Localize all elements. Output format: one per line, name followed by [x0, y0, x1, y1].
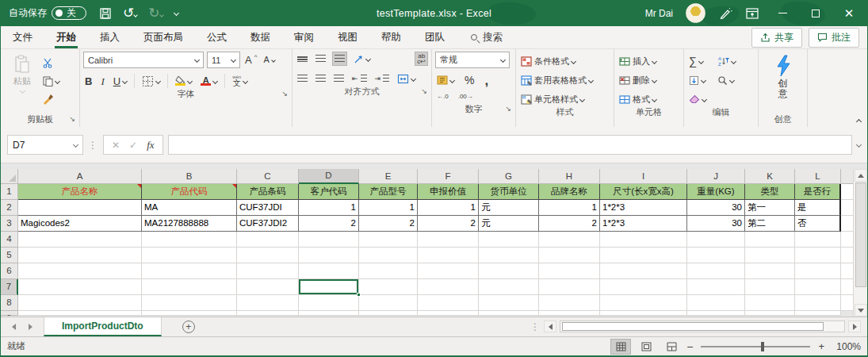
cell-G7[interactable]	[479, 279, 539, 295]
tab-home[interactable]: 开始	[44, 26, 88, 48]
cell-D8[interactable]	[299, 295, 359, 311]
cell-C7[interactable]	[237, 279, 299, 295]
cell-C5[interactable]	[237, 248, 299, 263]
cell-D3[interactable]: 2	[299, 216, 359, 232]
format-cells-button[interactable]: 格式	[618, 92, 680, 106]
font-size-combo[interactable]: 11	[207, 52, 240, 68]
undo-button[interactable]: ↺	[123, 6, 137, 20]
cell-K7[interactable]	[745, 279, 795, 295]
ribbon-display-options-icon[interactable]	[745, 7, 759, 20]
font-color-button[interactable]: A	[199, 74, 219, 88]
cell-K9[interactable]	[745, 311, 795, 316]
cell-D9[interactable]	[299, 311, 359, 316]
column-header-I[interactable]: I	[600, 169, 687, 184]
cell-J5[interactable]	[687, 248, 745, 263]
column-header-G[interactable]: G	[479, 169, 539, 184]
column-header-D[interactable]: D	[299, 169, 359, 184]
clear-button[interactable]	[687, 92, 708, 106]
namebox-resize-dots-icon[interactable]: ⋮	[88, 140, 98, 151]
cell-L2[interactable]: 是	[795, 200, 841, 216]
cell-H3[interactable]: 2	[539, 216, 600, 232]
cell-G6[interactable]	[479, 263, 539, 279]
select-all-corner[interactable]	[1, 169, 18, 184]
user-avatar[interactable]	[686, 3, 705, 23]
comments-button[interactable]: 批注	[809, 28, 859, 48]
column-header-E[interactable]: E	[359, 169, 418, 184]
zoom-in-button[interactable]: +	[818, 340, 824, 352]
bold-button[interactable]: B	[83, 74, 94, 88]
cell-E8[interactable]	[359, 295, 418, 311]
column-header-K[interactable]: K	[745, 169, 795, 184]
cell-I7[interactable]	[600, 279, 687, 295]
phonetic-guide-button[interactable]: wén文	[231, 74, 249, 88]
scroll-down-icon[interactable]	[855, 304, 867, 317]
scroll-up-icon[interactable]	[855, 169, 867, 182]
column-header-J[interactable]: J	[687, 169, 745, 184]
conditional-formatting-button[interactable]: 条件格式	[519, 54, 610, 68]
row-header-1[interactable]: 1	[1, 184, 18, 200]
grow-font-button[interactable]: A^	[243, 53, 258, 67]
scroll-right-icon[interactable]	[848, 321, 861, 332]
cell-C2[interactable]: CUF37JDI	[237, 200, 299, 216]
font-dialog-launcher-icon[interactable]: ↘	[281, 88, 288, 100]
cell-H7[interactable]	[539, 279, 600, 295]
zoom-slider-thumb[interactable]	[761, 342, 764, 351]
cell-A7[interactable]	[18, 279, 142, 295]
cell-I4[interactable]	[600, 232, 687, 248]
minimize-button[interactable]	[772, 6, 793, 21]
cell-F9[interactable]	[418, 311, 479, 316]
cell-A6[interactable]	[18, 263, 142, 279]
font-name-combo[interactable]: Calibri	[83, 52, 204, 68]
cell-J7[interactable]	[687, 279, 745, 295]
cell-B1[interactable]: 产品代码	[142, 184, 237, 200]
cell-G2[interactable]: 元	[479, 200, 539, 216]
center-button[interactable]	[314, 71, 327, 86]
cell-A2[interactable]	[18, 200, 142, 216]
cell-G9[interactable]	[479, 311, 539, 316]
cell-F5[interactable]	[418, 248, 479, 263]
paste-button[interactable]: 粘贴	[4, 52, 40, 93]
collapse-ribbon-icon[interactable]	[856, 119, 862, 125]
middle-align-button[interactable]	[314, 52, 327, 66]
normal-view-button[interactable]	[610, 339, 631, 355]
sheet-nav-next-icon[interactable]	[29, 324, 33, 330]
cell-K6[interactable]	[745, 263, 795, 279]
merge-center-button[interactable]	[396, 71, 417, 86]
cancel-entry-button[interactable]: ✕	[112, 140, 120, 151]
user-name[interactable]: Mr Dai	[645, 8, 673, 19]
cell-E2[interactable]: 1	[359, 200, 418, 216]
row-header-6[interactable]: 6	[1, 263, 18, 279]
maximize-button[interactable]	[805, 6, 826, 21]
cell-F1[interactable]: 申报价值	[418, 184, 479, 200]
insert-function-button[interactable]: fx	[147, 139, 154, 152]
comma-style-button[interactable]: ,	[483, 73, 490, 87]
cell-D1[interactable]: 客户代码	[299, 184, 359, 200]
cell-B5[interactable]	[142, 248, 237, 263]
number-dialog-launcher-icon[interactable]: ↘	[505, 103, 511, 115]
cell-C6[interactable]	[237, 263, 299, 279]
row-header-9[interactable]: 9	[1, 311, 18, 316]
cell-F8[interactable]	[418, 295, 479, 311]
cell-K3[interactable]: 第二	[745, 216, 795, 232]
cell-L4[interactable]	[795, 232, 841, 248]
row-header-8[interactable]: 8	[1, 295, 18, 311]
cell-I3[interactable]: 1*2*3	[600, 216, 687, 232]
cell-K2[interactable]: 第一	[745, 200, 795, 216]
cell-D2[interactable]: 1	[299, 200, 359, 216]
increase-indent-button[interactable]: ⇥	[373, 71, 392, 86]
page-break-view-button[interactable]	[661, 339, 682, 355]
cell-J6[interactable]	[687, 263, 745, 279]
cell-E3[interactable]: 2	[359, 216, 418, 232]
cell-F4[interactable]	[418, 232, 479, 248]
cell-F2[interactable]: 1	[418, 200, 479, 216]
cell-I8[interactable]	[600, 295, 687, 311]
search-box[interactable]: 搜索	[471, 26, 503, 48]
inking-pen-icon[interactable]	[718, 6, 732, 21]
cell-L7[interactable]	[795, 279, 841, 295]
tab-formulas[interactable]: 公式	[195, 26, 239, 48]
zoom-slider[interactable]	[701, 346, 810, 347]
cell-E7[interactable]	[359, 279, 418, 295]
cell-A1[interactable]: 产品名称	[18, 184, 142, 200]
cell-J4[interactable]	[687, 232, 745, 248]
fill-button[interactable]	[687, 73, 708, 87]
